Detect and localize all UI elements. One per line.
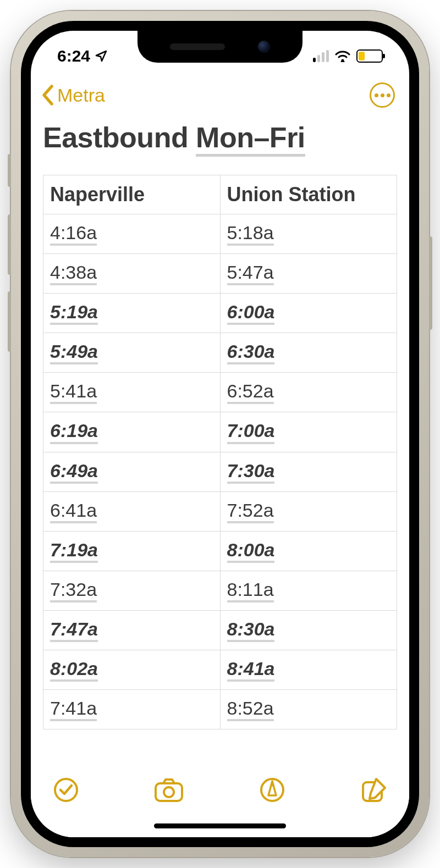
- cell-departure: 5:41a: [43, 373, 221, 412]
- cell-departure: 4:16a: [43, 214, 221, 254]
- cell-departure: 7:19a: [43, 531, 221, 571]
- cell-arrival: 8:00a: [220, 531, 397, 571]
- cell-departure: 6:49a: [43, 452, 221, 491]
- table-row: 7:41a8:52a: [43, 690, 397, 729]
- phone-frame: 6:24 Metra: [11, 11, 429, 857]
- cell-arrival: 8:30a: [220, 610, 397, 650]
- location-icon: [95, 49, 108, 63]
- cell-arrival: 6:30a: [220, 333, 397, 373]
- status-time: 6:24: [57, 47, 90, 65]
- cell-departure: 6:19a: [43, 412, 221, 452]
- column-header: Union Station: [220, 175, 397, 214]
- back-label: Metra: [57, 85, 105, 106]
- device-notch: [138, 31, 302, 63]
- home-indicator[interactable]: [154, 823, 286, 828]
- note-content[interactable]: Eastbound Mon–Fri Naperville Union Stati…: [31, 113, 409, 837]
- table-row: 7:19a8:00a: [43, 531, 397, 571]
- svg-point-5: [271, 784, 273, 787]
- table-header-row: Naperville Union Station: [43, 175, 397, 214]
- table-row: 5:41a6:52a: [43, 373, 397, 412]
- cell-arrival: 5:18a: [220, 214, 397, 254]
- column-header: Naperville: [43, 175, 221, 214]
- svg-point-1: [55, 779, 77, 801]
- svg-rect-2: [156, 783, 182, 801]
- back-button[interactable]: Metra: [41, 84, 105, 106]
- cell-arrival: 8:41a: [220, 650, 397, 690]
- chevron-left-icon: [41, 84, 56, 106]
- cell-departure: 6:41a: [43, 491, 221, 531]
- table-row: 7:32a8:11a: [43, 571, 397, 610]
- bottom-toolbar: [31, 766, 409, 837]
- cell-arrival: 6:00a: [220, 294, 397, 333]
- table-row: 6:49a7:30a: [43, 452, 397, 491]
- checklist-button[interactable]: [53, 777, 79, 803]
- table-row: 6:41a7:52a: [43, 491, 397, 531]
- svg-point-0: [342, 59, 344, 62]
- cell-arrival: 5:47a: [220, 254, 397, 294]
- table-row: 5:49a6:30a: [43, 333, 397, 373]
- navigation-bar: Metra: [31, 73, 409, 113]
- cell-arrival: 8:11a: [220, 571, 397, 610]
- table-row: 7:47a8:30a: [43, 610, 397, 650]
- table-row: 4:38a5:47a: [43, 254, 397, 294]
- cell-departure: 7:47a: [43, 610, 221, 650]
- table-row: 5:19a6:00a: [43, 294, 397, 333]
- cell-departure: 5:19a: [43, 294, 221, 333]
- svg-point-3: [164, 787, 174, 797]
- cellular-icon: [313, 50, 329, 62]
- cell-departure: 5:49a: [43, 333, 221, 373]
- wifi-icon: [334, 50, 351, 62]
- camera-button[interactable]: [153, 777, 184, 803]
- cell-departure: 4:38a: [43, 254, 221, 294]
- more-button[interactable]: [370, 82, 395, 108]
- compose-button[interactable]: [360, 777, 387, 804]
- table-row: 8:02a8:41a: [43, 650, 397, 690]
- markup-button[interactable]: [259, 777, 285, 803]
- cell-arrival: 7:52a: [220, 491, 397, 531]
- cell-departure: 7:32a: [43, 571, 221, 610]
- cell-departure: 8:02a: [43, 650, 221, 690]
- cell-arrival: 6:52a: [220, 373, 397, 412]
- cell-departure: 7:41a: [43, 690, 221, 729]
- note-title: Eastbound Mon–Fri: [43, 121, 397, 175]
- cell-arrival: 7:00a: [220, 412, 397, 452]
- table-row: 6:19a7:00a: [43, 412, 397, 452]
- battery-icon: [356, 49, 383, 63]
- cell-arrival: 8:52a: [220, 690, 397, 729]
- cell-arrival: 7:30a: [220, 452, 397, 491]
- schedule-table: Naperville Union Station 4:16a5:18a4:38a…: [43, 175, 397, 729]
- table-row: 4:16a5:18a: [43, 214, 397, 254]
